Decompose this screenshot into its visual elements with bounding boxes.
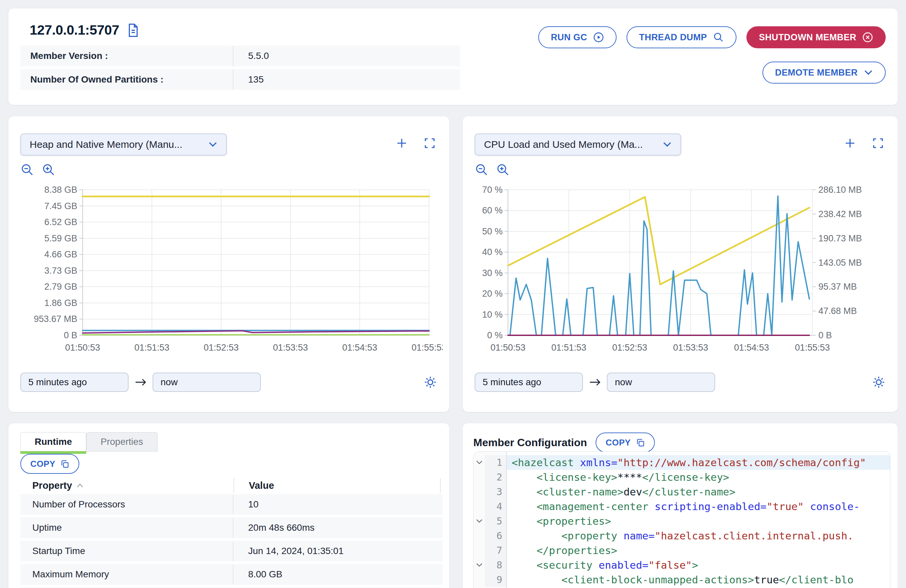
line-number: 7 [485, 543, 506, 558]
y-axis-tick-label: 0 B [64, 330, 77, 340]
line-number: 4 [485, 499, 506, 514]
table-row: Maximum Memory8.00 GB [20, 564, 443, 585]
code-token: xmlns= [580, 456, 617, 468]
y-axis-tick-label: 2.79 GB [44, 282, 77, 292]
column-header-value[interactable]: Value [234, 480, 440, 491]
fullscreen-icon[interactable] [423, 137, 436, 150]
code-token: <license-key> [512, 471, 617, 483]
tab-runtime[interactable]: Runtime [20, 432, 86, 451]
code-line: <properties> [507, 514, 890, 528]
code-token: true [754, 574, 779, 586]
shutdown-member-label: SHUTDOWN MEMBER [759, 32, 857, 43]
gear-icon[interactable] [872, 375, 886, 389]
time-to-input[interactable] [153, 373, 261, 392]
x-axis-tick-label: 01:53:53 [673, 343, 708, 352]
cpu-load-chart[interactable]: 0 %10 %20 %30 %40 %50 %60 %70 %0 B47.68 … [469, 182, 892, 359]
y-axis-tick-label: 6.52 GB [44, 217, 77, 227]
member-info-table: Member Version :5.5.0Number Of Owned Par… [20, 46, 460, 93]
code-line: <hazelcast xmlns="http://www.hazelcast.c… [507, 455, 890, 470]
cpu-memory-panel: CPU Load and Used Memory (Ma... 0 %10 %2… [462, 116, 898, 412]
code-area[interactable]: <hazelcast xmlns="http://www.hazelcast.c… [507, 452, 890, 588]
config-code-editor[interactable]: 123456789 <hazelcast xmlns="http://www.h… [473, 451, 890, 588]
search-icon [713, 32, 724, 43]
y-axis-tick-label: 40 % [482, 247, 502, 257]
left-chart-metric-select[interactable]: Heap and Native Memory (Manu... [20, 134, 227, 156]
code-token: "true" [766, 500, 804, 512]
play-circle-icon [593, 32, 604, 43]
zoom-out-icon[interactable] [20, 163, 34, 177]
x-axis-tick-label: 01:50:53 [490, 343, 525, 352]
line-number: 5 [485, 514, 506, 528]
code-line: </properties> [507, 543, 890, 558]
shutdown-member-button[interactable]: SHUTDOWN MEMBER [746, 26, 886, 48]
member-info-row: Member Version :5.5.0 [20, 46, 460, 66]
time-from-input[interactable] [20, 373, 129, 392]
x-axis-tick-label: 01:51:53 [551, 343, 586, 352]
x-axis-tick-label: 01:54:53 [342, 343, 377, 352]
zoom-in-icon[interactable] [496, 163, 510, 177]
y-axis-tick-label: 20 % [482, 289, 502, 299]
tab-runtime-label: Runtime [35, 437, 72, 447]
zoom-in-icon[interactable] [41, 163, 56, 177]
copy-label: COPY [606, 438, 630, 448]
code-line: <client-block-unmapped-actions>true</cli… [507, 572, 890, 587]
property-header-label: Property [32, 480, 72, 491]
line-number: 3 [485, 484, 506, 499]
copy-config-button[interactable]: COPY [595, 432, 654, 453]
y-axis-tick-label: 0 % [487, 330, 502, 340]
code-token: **** [617, 471, 642, 483]
info-value: 135 [233, 69, 460, 90]
right-chart-metric-select[interactable]: CPU Load and Used Memory (Ma... [475, 134, 681, 156]
gutter-row: 7 [474, 543, 506, 558]
value-header-label: Value [249, 480, 274, 491]
code-token: dev [624, 486, 642, 498]
left-chart-time-range [20, 373, 437, 392]
code-token: > [692, 559, 698, 571]
left-chart-metric-value: Heap and Native Memory (Manu... [30, 139, 183, 150]
gutter-row: 1 [474, 455, 506, 470]
tab-properties[interactable]: Properties [86, 432, 158, 451]
code-token: </cluster-name> [642, 486, 735, 498]
code-fold-icon[interactable] [474, 460, 485, 465]
table-row: Uptime20m 48s 660ms [20, 518, 443, 538]
heap-memory-chart[interactable]: 0 B953.67 MB1.86 GB2.79 GB3.73 GB4.66 GB… [14, 182, 443, 359]
code-fold-icon[interactable] [474, 519, 485, 523]
add-chart-icon[interactable] [844, 137, 857, 150]
y-axis-tick-label: 8.38 GB [44, 185, 77, 195]
gear-icon[interactable] [423, 375, 437, 389]
y-axis-tick-label: 50 % [482, 226, 502, 236]
gutter-row: 5 [474, 514, 506, 528]
chevron-down-icon [208, 142, 217, 148]
info-value: 5.5.0 [233, 46, 460, 66]
time-from-input[interactable] [475, 373, 583, 392]
document-icon[interactable] [126, 23, 140, 38]
y-axis-right-tick-label: 190.73 MB [818, 233, 862, 244]
copy-icon [60, 459, 69, 468]
time-to-input[interactable] [607, 373, 715, 392]
column-header-property[interactable]: Property [20, 480, 233, 491]
code-token: <hazelcast [512, 456, 580, 468]
copy-label: COPY [30, 459, 55, 469]
tab-properties-label: Properties [100, 437, 143, 447]
code-line: <management-center scripting-enabled="tr… [507, 499, 890, 514]
code-fold-icon[interactable] [474, 563, 485, 567]
code-token: <security [512, 559, 598, 571]
fullscreen-icon[interactable] [872, 137, 884, 150]
zoom-out-icon[interactable] [475, 163, 489, 177]
runtime-table-header: Property Value [20, 478, 443, 493]
x-axis-tick-label: 01:55:53 [795, 343, 830, 352]
value-cell: 10 [233, 494, 443, 515]
run-gc-button[interactable]: RUN GC [538, 26, 617, 48]
value-cell: 20m 48s 660ms [233, 518, 443, 538]
code-token: "false" [649, 559, 692, 571]
add-chart-icon[interactable] [396, 137, 408, 150]
runtime-properties-card: Runtime Properties COPY Property Value N… [8, 423, 450, 588]
demote-member-button[interactable]: DEMOTE MEMBER [762, 62, 886, 84]
y-axis-tick-label: 7.45 GB [44, 201, 77, 211]
property-cell: Startup Time [20, 541, 233, 561]
copy-runtime-button[interactable]: COPY [20, 454, 79, 474]
column-divider [440, 478, 441, 493]
thread-dump-button[interactable]: THREAD DUMP [627, 26, 737, 48]
gutter-row: 3 [474, 484, 506, 499]
line-number: 9 [485, 572, 506, 587]
